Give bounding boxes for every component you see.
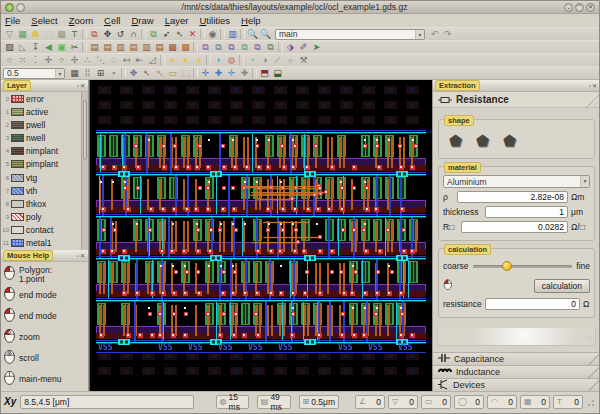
tool-icon[interactable]: ⌔ (284, 54, 297, 66)
tool-icon[interactable]: ⋱ (94, 54, 107, 66)
tool-icon[interactable]: ↺ (114, 28, 127, 40)
tool-icon[interactable]: ∩ (127, 28, 140, 40)
rho-field[interactable]: 2.82e-08 (457, 191, 568, 203)
layer-row-error[interactable]: 0error (1, 92, 81, 105)
tool-icon[interactable]: ⟋ (271, 54, 284, 66)
layer-row-pimplant[interactable]: 5pimplant (1, 158, 81, 171)
tool-icon[interactable]: ⧉ (199, 41, 212, 53)
layer-row-pwell[interactable]: 2pwell (1, 118, 81, 131)
menu-item-cell[interactable]: Cell (104, 15, 120, 26)
tool-icon[interactable]: ◕ (192, 54, 205, 66)
maximize-icon[interactable]: ⌃ (575, 3, 584, 12)
tool-icon[interactable]: ✕ (186, 28, 199, 40)
tool-icon[interactable]: 🔍 (259, 28, 272, 40)
tool-icon[interactable]: ▤ (101, 41, 114, 53)
tool-icon[interactable]: ✛ (199, 67, 212, 79)
tool-icon[interactable]: ✛ (225, 67, 238, 79)
tool-icon[interactable]: ⇤ (133, 54, 146, 66)
tool-icon[interactable]: 🔍 (246, 28, 259, 40)
grid-size-combo[interactable]: 0.5 ▾ (3, 68, 65, 79)
layer-row-contact[interactable]: 10contact (1, 224, 81, 237)
tool-icon[interactable]: ✚ (238, 67, 251, 79)
tool-icon[interactable]: T (68, 28, 81, 40)
tool-icon[interactable]: ▥ (140, 41, 153, 53)
tool-icon[interactable]: ✥ (127, 67, 140, 79)
tool-icon[interactable]: ⬓ (271, 67, 284, 79)
tool-icon[interactable]: ↤ (120, 54, 133, 66)
panel-float-close-icons[interactable]: ▫✕ (589, 82, 598, 89)
calculation-button[interactable]: calculation (534, 279, 590, 293)
tool-icon[interactable]: ● (166, 54, 179, 66)
tool-icon[interactable]: ▦ (16, 28, 29, 40)
thickness-field[interactable]: 1 (485, 206, 568, 218)
layer-swatch-icon[interactable] (11, 226, 24, 234)
tool-icon[interactable]: ▥ (226, 28, 239, 40)
tool-icon[interactable]: ▤ (127, 41, 140, 53)
layer-list-scrollbar[interactable] (81, 92, 88, 250)
layer-row-vth[interactable]: 7vth (1, 184, 81, 197)
layer-swatch-icon[interactable] (11, 108, 24, 116)
tool-icon[interactable]: ⁞⁞ (81, 67, 94, 79)
layer-swatch-icon[interactable] (11, 147, 24, 155)
tool-icon[interactable]: ➴ (173, 28, 186, 40)
tab-inductance[interactable]: Inductance (433, 365, 599, 378)
tool-icon[interactable]: ➤ (310, 41, 323, 53)
layer-swatch-icon[interactable] (11, 160, 24, 168)
tool-icon[interactable]: ⁘ (3, 54, 16, 66)
layout-viewport[interactable] (89, 80, 432, 391)
precision-slider[interactable] (473, 265, 573, 268)
tool-icon[interactable]: ✢ (68, 54, 81, 66)
layer-swatch-icon[interactable] (11, 121, 24, 129)
tool-icon[interactable]: ⬒ (258, 67, 271, 79)
tab-resistance[interactable]: Resistance (433, 92, 599, 108)
app-menu-icon[interactable] (5, 3, 14, 12)
tool-icon[interactable]: ⁘ (55, 54, 68, 66)
material-combo[interactable]: Aluminium ▾ (443, 175, 590, 188)
layer-swatch-icon[interactable] (11, 174, 24, 182)
tool-icon[interactable]: ▭ (166, 67, 179, 79)
tool-icon[interactable]: ◌ (107, 54, 120, 66)
sheet-resistance-field[interactable]: 0.0282 (461, 221, 568, 233)
tool-icon[interactable]: ◉ (206, 28, 219, 40)
tool-icon[interactable]: ● (179, 54, 192, 66)
tool-icon[interactable]: ◀ (42, 41, 55, 53)
menu-item-utilities[interactable]: Utilities (199, 15, 230, 26)
tool-icon[interactable]: ✚ (212, 67, 225, 79)
layer-row-vtg[interactable]: 6vtg (1, 171, 81, 184)
tool-icon[interactable]: ⁚ (29, 54, 42, 66)
panel-float-close-icons[interactable]: ▫✕ (77, 252, 86, 259)
layer-swatch-icon[interactable] (11, 187, 24, 195)
tool-icon[interactable]: ⧉ (88, 28, 101, 40)
tool-icon[interactable]: ⧉ (238, 41, 251, 53)
tool-icon[interactable]: ◺ (16, 41, 29, 53)
layer-row-poly[interactable]: 9poly (1, 211, 81, 224)
tool-icon[interactable]: ✂ (68, 41, 81, 53)
tool-icon[interactable]: ▽ (3, 28, 16, 40)
layer-row-nimplant[interactable]: 4nimplant (1, 145, 81, 158)
layer-swatch-icon[interactable] (11, 200, 24, 208)
layer-swatch-icon[interactable] (11, 134, 24, 142)
tool-icon[interactable]: ↧ (29, 41, 42, 53)
tool-icon[interactable]: ✥ (101, 28, 114, 40)
tool-icon[interactable]: ⧉ (225, 41, 238, 53)
tool-icon[interactable]: ⚒ (297, 54, 310, 66)
layer-swatch-icon[interactable] (11, 95, 24, 103)
tool-icon[interactable]: ▣ (55, 41, 68, 53)
layer-row-thkox[interactable]: 8thkox (1, 197, 81, 210)
chip-layout-canvas[interactable] (90, 80, 432, 389)
menu-item-draw[interactable]: Draw (131, 15, 153, 26)
panel-float-close-icons[interactable]: ▫✕ (77, 82, 86, 89)
shade-icon[interactable] (16, 3, 25, 12)
menu-item-help[interactable]: Help (241, 15, 261, 26)
tool-icon[interactable]: ✛ (42, 54, 55, 66)
tool-icon[interactable]: ✐ (297, 41, 310, 53)
tool-icon[interactable]: ▤ (153, 41, 166, 53)
tool-icon[interactable]: ▩ (166, 41, 179, 53)
tool-icon[interactable]: ▨ (3, 41, 16, 53)
tool-icon[interactable]: ▢ (42, 28, 55, 40)
tool-icon[interactable]: ◔ (245, 54, 258, 66)
menu-item-file[interactable]: File (5, 15, 20, 26)
tool-icon[interactable]: ⧉ (212, 41, 225, 53)
tool-icon[interactable]: ▤ (88, 41, 101, 53)
tool-icon[interactable]: ◿ (146, 54, 159, 66)
